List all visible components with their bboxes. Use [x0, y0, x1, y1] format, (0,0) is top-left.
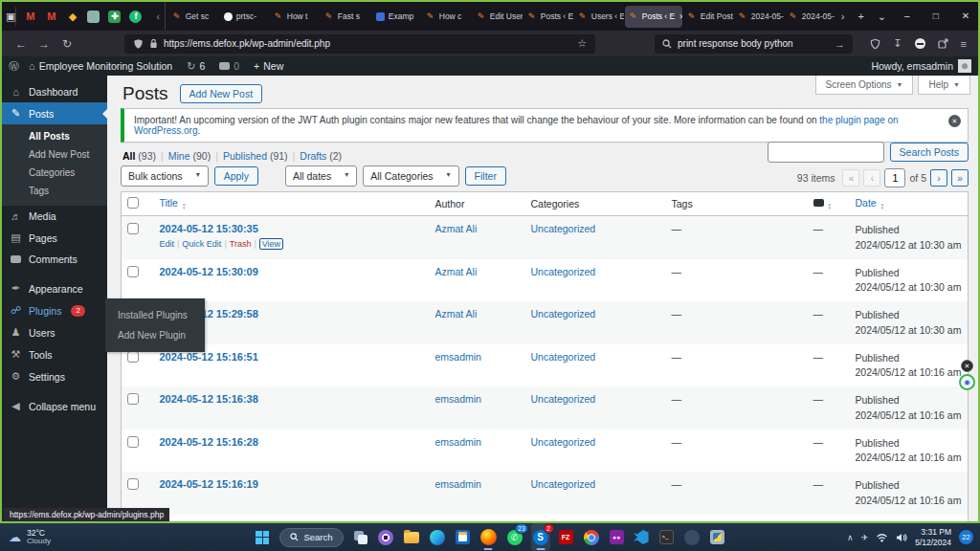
sort-by-date[interactable]: Date — [856, 197, 877, 209]
edge-button[interactable] — [428, 523, 447, 551]
new-tab-button[interactable]: + — [851, 11, 870, 22]
clock[interactable]: 3:31 PM 5/12/2024 — [915, 527, 951, 547]
start-button[interactable] — [254, 523, 271, 551]
category-link[interactable]: Uncategorized — [531, 308, 596, 320]
comments-menu[interactable]: 0 — [214, 60, 244, 72]
sidebar-item-tools[interactable]: ⚒Tools — [2, 343, 107, 365]
whatsapp-button[interactable]: ✆23 — [505, 523, 524, 551]
bookmark-star-icon[interactable]: ☆ — [577, 37, 587, 50]
url-text[interactable]: https://ems.defox.pk/wp-admin/edit.php — [164, 38, 330, 49]
sidebar-item-all-posts[interactable]: All Posts — [2, 127, 107, 145]
sidebar-item-plugins[interactable]: ☍Plugins2 — [2, 299, 107, 321]
author-link[interactable]: emsadmin — [435, 393, 481, 405]
gmail2-pinned-tab-icon[interactable]: M — [45, 11, 57, 23]
sidebar-item-categories[interactable]: Categories — [2, 164, 107, 182]
purple-app-button[interactable]: ●● — [608, 523, 626, 551]
post-title-link[interactable]: 2024-05-12 15:16:08 — [160, 521, 258, 522]
terminal-button[interactable]: >_ — [657, 523, 676, 551]
filezilla-button[interactable]: FZ — [557, 523, 575, 551]
vscode-button[interactable] — [633, 523, 651, 551]
tab-close-icon[interactable]: ✕ — [679, 12, 682, 21]
browser-search-bar[interactable]: → — [655, 34, 853, 54]
view-filter-drafts[interactable]: Drafts (2) — [300, 150, 342, 162]
wordpress-logo-icon[interactable]: Ⓦ — [9, 59, 19, 74]
flyout-item-installed-plugins[interactable]: Installed Plugins — [105, 305, 205, 325]
flyout-item-add-new-plugin[interactable]: Add New Plugin — [105, 325, 205, 345]
sidebar-item-media[interactable]: ♬Media — [2, 206, 107, 227]
window-minimize-button[interactable]: – — [893, 2, 922, 31]
select-checkbox[interactable] — [127, 266, 139, 277]
site-menu[interactable]: ⌂ Employee Monitoring Solution — [24, 60, 177, 72]
menu-icon[interactable]: ≡ — [961, 38, 967, 50]
forward-button[interactable]: → — [33, 37, 56, 51]
browser-tab[interactable]: ✎How c — [422, 6, 472, 28]
author-link[interactable]: emsadmin — [435, 521, 481, 522]
author-link[interactable]: emsadmin — [435, 351, 481, 363]
select-checkbox[interactable] — [127, 436, 139, 448]
bulk-actions-select[interactable]: Bulk actions▾ — [121, 165, 209, 187]
updates-menu[interactable]: ↻ 6 — [182, 60, 210, 73]
row-action-quick-edit[interactable]: Quick Edit — [182, 239, 221, 249]
window-maximize-button[interactable]: □ — [922, 2, 950, 31]
scroll-tabs-right-icon[interactable]: › — [835, 11, 852, 22]
view-filter-all[interactable]: All (93) — [122, 150, 156, 162]
wifi-icon[interactable] — [876, 533, 888, 542]
binance-pinned-tab-icon[interactable]: ◆ — [66, 11, 78, 23]
post-title-link[interactable]: 2024-05-12 15:16:38 — [160, 393, 258, 405]
downloads-icon[interactable]: ↧ — [893, 37, 902, 50]
tray-expand-icon[interactable]: ∧ — [847, 533, 854, 542]
notice-dismiss-icon[interactable]: ✕ — [948, 115, 961, 127]
account-menu[interactable]: Howdy, emsadmin ☻ — [871, 59, 971, 73]
sidebar-item-pages[interactable]: ▤Pages — [2, 227, 107, 249]
reload-button[interactable]: ↻ — [56, 37, 78, 51]
browser-tab[interactable]: ✎2024-05-1 — [785, 6, 835, 28]
post-title-link[interactable]: 2024-05-12 15:30:09 — [160, 266, 258, 277]
select-checkbox[interactable] — [127, 223, 139, 234]
row-action-edit[interactable]: Edit — [160, 239, 175, 249]
select-checkbox[interactable] — [127, 478, 139, 490]
current-page-input[interactable] — [884, 168, 905, 187]
category-link[interactable]: Uncategorized — [531, 223, 596, 234]
select-checkbox[interactable] — [127, 351, 139, 363]
new-content-menu[interactable]: + New — [249, 60, 288, 72]
category-link[interactable]: Uncategorized — [531, 266, 596, 277]
comments-column-icon[interactable] — [813, 199, 824, 207]
collapse-menu-button[interactable]: ◀Collapse menu — [2, 395, 107, 417]
notification-count-badge[interactable]: 22 — [959, 530, 973, 544]
screen-options-button[interactable]: Screen Options▼ — [815, 76, 914, 95]
protection-icon[interactable] — [870, 38, 880, 50]
author-link[interactable]: emsadmin — [435, 436, 481, 448]
category-link[interactable]: Uncategorized — [531, 436, 596, 448]
search-posts-button[interactable]: Search Posts — [890, 143, 969, 162]
widget-close-icon[interactable]: ✕ — [961, 360, 973, 372]
sidebar-item-appearance[interactable]: ✒Appearance — [2, 277, 107, 299]
firefox-view-button[interactable]: ▣ — [6, 7, 15, 26]
extensions-icon[interactable] — [938, 38, 948, 49]
scroll-tabs-left-icon[interactable]: ‹ — [151, 11, 164, 22]
post-title-link[interactable]: 2024-05-12 15:30:35 — [160, 223, 258, 234]
select-checkbox[interactable] — [127, 393, 139, 405]
dbeaver-button[interactable] — [682, 523, 702, 551]
add-new-post-button[interactable]: Add New Post — [180, 84, 263, 103]
help-button[interactable]: Help▼ — [918, 76, 970, 95]
row-action-trash[interactable]: Trash — [230, 239, 252, 249]
search-go-icon[interactable]: → — [835, 38, 845, 50]
file-explorer-button[interactable] — [402, 523, 421, 551]
widget-app-icon[interactable]: ◉ — [959, 374, 975, 390]
browser-tab[interactable]: ✎Posts ‹ Em — [523, 6, 573, 28]
view-filter-mine[interactable]: Mine (90) — [168, 150, 211, 162]
browser-tab[interactable]: Examp — [371, 6, 421, 28]
browser-tab[interactable]: prtsc- — [219, 6, 269, 28]
shield-icon[interactable] — [133, 38, 144, 50]
chat-button[interactable] — [376, 523, 395, 551]
browser-tab-active[interactable]: ✎Posts ‹ E✕ — [625, 6, 682, 28]
browser-tab[interactable]: ✎Fast s — [321, 6, 370, 28]
sidebar-item-settings[interactable]: ⚙Settings — [2, 365, 107, 387]
browser-search-input[interactable] — [678, 38, 829, 49]
teal-app-pinned-tab-icon[interactable] — [87, 11, 100, 23]
author-link[interactable]: Azmat Ali — [435, 223, 478, 234]
post-title-link[interactable]: 2024-05-12 15:16:28 — [160, 436, 258, 448]
window-close-button[interactable]: ✕ — [950, 2, 980, 31]
category-link[interactable]: Uncategorized — [531, 478, 596, 490]
next-page-button[interactable]: › — [930, 169, 947, 187]
